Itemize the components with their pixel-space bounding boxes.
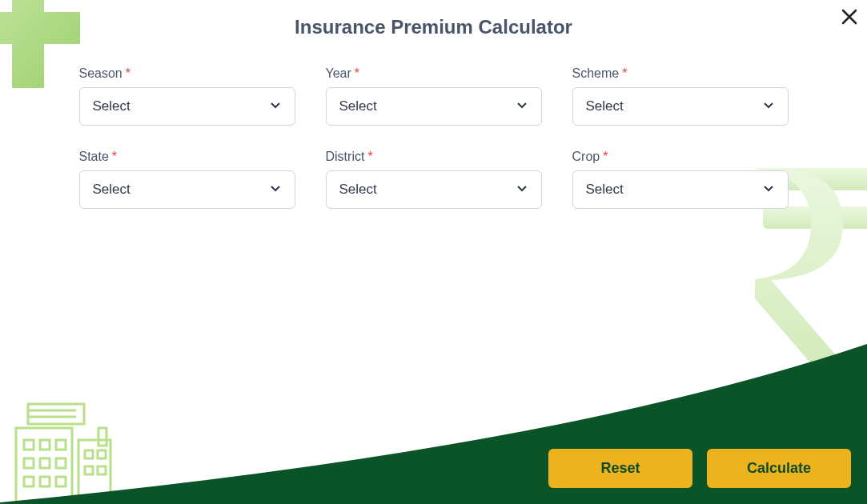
scheme-select-value: Select [586,98,624,114]
chevron-down-icon [762,98,775,114]
scheme-select[interactable]: Select [572,87,789,126]
page-title: Insurance Premium Calculator [0,16,867,38]
district-select-value: Select [339,182,377,198]
chevron-down-icon [516,182,528,198]
chevron-down-icon [762,182,775,198]
svg-rect-15 [40,477,50,486]
calculate-button[interactable]: Calculate [707,449,851,488]
svg-rect-20 [98,466,106,474]
svg-rect-3 [28,404,84,424]
svg-rect-12 [40,458,50,468]
chevron-down-icon [269,98,282,114]
svg-rect-7 [98,428,106,446]
svg-rect-18 [98,450,106,458]
close-icon [841,5,857,30]
svg-rect-11 [24,458,34,468]
season-select[interactable]: Select [79,87,295,126]
svg-rect-9 [40,440,50,450]
required-marker: * [355,66,359,80]
form-grid: Season* Select Year* Select Sche [0,66,867,209]
crop-select-value: Select [586,182,624,198]
field-season: Season* Select [79,66,295,126]
close-button[interactable] [841,6,857,29]
field-crop: Crop* Select [572,150,789,209]
svg-rect-8 [24,440,34,450]
season-select-value: Select [93,98,130,114]
buildings-decor-icon [8,396,120,504]
action-buttons: Reset Calculate [548,449,851,488]
chevron-down-icon [516,98,528,114]
scheme-label: Scheme* [572,66,789,81]
svg-rect-10 [56,440,66,450]
state-label: State* [79,150,295,164]
district-label: District* [326,150,542,164]
svg-rect-19 [85,466,93,474]
state-select-value: Select [93,182,130,198]
year-select[interactable]: Select [326,87,542,126]
required-marker: * [112,150,117,163]
state-select[interactable]: Select [79,170,295,209]
field-year: Year* Select [326,66,542,126]
district-select[interactable]: Select [326,170,542,209]
field-district: District* Select [326,150,542,209]
year-select-value: Select [339,98,377,114]
svg-rect-13 [56,458,66,468]
required-marker: * [603,150,608,163]
svg-rect-17 [85,450,93,458]
field-state: State* Select [79,150,295,209]
required-marker: * [367,150,372,163]
field-scheme: Scheme* Select [572,66,789,126]
crop-label: Crop* [572,150,789,164]
required-marker: * [126,66,130,80]
season-label: Season* [79,66,295,81]
svg-rect-16 [56,477,66,486]
svg-rect-14 [24,477,34,486]
crop-select[interactable]: Select [572,170,789,209]
chevron-down-icon [269,182,282,198]
required-marker: * [622,66,627,80]
year-label: Year* [326,66,542,81]
reset-button[interactable]: Reset [548,449,692,488]
